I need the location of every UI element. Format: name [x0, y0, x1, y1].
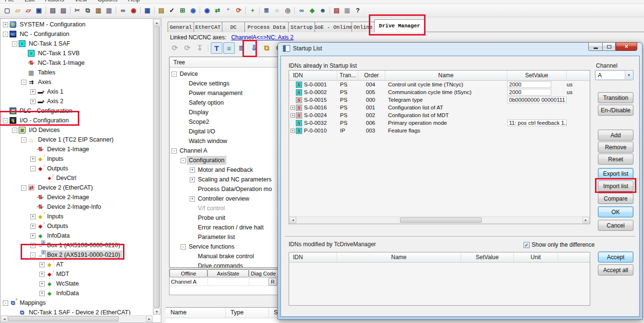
dm-tree-item-scaling-and-nc-parameters[interactable]: +Scaling and NC parameters — [170, 175, 278, 184]
dm-tree-item-digital-i-o[interactable]: Digital I/O — [170, 127, 278, 136]
collapse-icon[interactable]: - — [30, 252, 36, 258]
properties-icon[interactable]: ≣ — [261, 6, 272, 15]
tree-item-device-2-image[interactable]: Device 2-Image — [1, 192, 152, 202]
tree-item-nc-task-1-image[interactable]: NC-Task 1-Image — [1, 58, 152, 68]
expand-icon[interactable]: + — [39, 272, 45, 277]
reset-diag-button[interactable]: R — [268, 278, 277, 286]
tab-dc[interactable]: DC — [222, 22, 245, 32]
refresh-compare-icon[interactable]: ⟳ — [169, 42, 181, 54]
tree-item-nc-task-1-saf-device-2-ethercat[interactable]: NC-Task 1 SAF - Device 2 (EtherCAT) — [1, 308, 152, 315]
left-tree-horizontal-scrollbar[interactable]: ◄ ► — [1, 315, 153, 322]
tree-item-tables[interactable]: Tables — [1, 68, 152, 77]
cancel-button[interactable]: Cancel — [598, 220, 633, 231]
target-cabinet-icon[interactable]: ▤ — [156, 6, 167, 15]
accept-button[interactable]: Accept — [598, 251, 633, 263]
tree-item-i-o-devices[interactable]: -I/O Devices — [1, 125, 152, 135]
channel-select[interactable]: A ▼ — [595, 70, 633, 80]
dialog-titlebar[interactable]: Startup List — [283, 45, 322, 52]
tree-item-system-configuration[interactable]: +SYSTEM - Configuration — [1, 20, 152, 29]
dm-tree-item-channel-a[interactable]: -Channel A — [170, 146, 278, 156]
scrollbar-thumb[interactable] — [8, 316, 119, 322]
edit-globe-icon[interactable]: ◉ — [188, 6, 198, 15]
collapse-icon[interactable]: - — [3, 300, 8, 306]
expand-icon[interactable]: + — [291, 113, 295, 118]
tree-item-devctrl[interactable]: DevCtrl — [1, 173, 152, 183]
expand-icon[interactable]: + — [30, 89, 36, 95]
linked-axes-link[interactable]: ChannelA<=>NC: Axis 2 — [231, 34, 293, 41]
setvalue-field[interactable]: 2000 — [507, 81, 551, 88]
expand-icon[interactable]: + — [190, 167, 195, 173]
modified-idn-table[interactable]: IDNNameSetValueUnit — [289, 252, 590, 306]
channel-status-row[interactable]: Channel A R — [170, 277, 278, 286]
expand-icon[interactable]: + — [39, 262, 45, 267]
export-list-button[interactable]: Export list — [598, 168, 633, 179]
tree-item-nc-task-1-saf[interactable]: -NC-Task 1 SAF — [1, 39, 152, 48]
help-book-icon[interactable]: ▤ — [331, 6, 342, 15]
dm-tree-item-controller-overview[interactable]: +Controller overview — [170, 194, 278, 203]
magic-wand-icon[interactable]: * — [223, 6, 233, 15]
column-header-idn[interactable]: IDN — [289, 252, 337, 262]
checkbox-check-icon[interactable]: ✓ — [523, 242, 530, 248]
dm-tree-item-configuration[interactable]: -Configuration — [170, 156, 278, 165]
remote-system-icon[interactable]: ▦ — [142, 6, 153, 15]
compare-button[interactable]: Compare — [598, 193, 633, 204]
column-header-blank[interactable] — [567, 71, 589, 80]
ok-button[interactable]: OK — [598, 206, 633, 217]
tree-item-infodata[interactable]: +InfoData — [1, 288, 152, 298]
tree-item-mappings[interactable]: -Mappings — [1, 298, 152, 308]
cut-icon[interactable]: ✂ — [72, 6, 83, 15]
tree-item-device-2-image-info[interactable]: Device 2-Image-Info — [1, 202, 152, 212]
new-file-icon[interactable]: ▢ — [2, 6, 12, 15]
split-view-icon[interactable]: ≡ — [223, 42, 235, 54]
paste-with-links-icon[interactable]: ▥ — [104, 6, 114, 15]
help-icon[interactable]: ? — [352, 6, 363, 15]
add-button[interactable]: Add — [598, 130, 633, 141]
startup-table-horizontal-scrollbar[interactable]: ◄ ► — [290, 216, 589, 223]
generate-mappings-icon[interactable]: ⊞ — [177, 6, 188, 15]
maximize-button[interactable] — [602, 42, 616, 51]
transition-button[interactable]: Transition — [598, 92, 633, 103]
column-header-unit[interactable]: Unit — [514, 252, 558, 262]
scrollbar-thumb[interactable] — [154, 26, 160, 308]
column-header-setvalue[interactable]: SetValue — [507, 71, 567, 80]
collapse-icon[interactable]: - — [181, 244, 186, 250]
startup-row-s-0-0032[interactable]: SS-0-0032PS006Primary operation mode11: … — [289, 119, 590, 127]
expand-icon[interactable]: + — [39, 281, 45, 287]
tab-general[interactable]: General — [168, 22, 194, 32]
dm-tree-item-service-functions[interactable]: -Service functions — [170, 242, 278, 251]
globe-swap-icon[interactable]: ⇄ — [212, 6, 223, 15]
column-header-blank[interactable] — [558, 252, 589, 262]
expand-icon[interactable]: + — [3, 22, 8, 27]
tree-item-axes[interactable]: -Axes — [1, 77, 152, 87]
status-header-axisstate[interactable]: AxisState — [207, 269, 248, 277]
param-check-icon[interactable]: ≣ — [236, 42, 247, 54]
startup-row-s-0-0015[interactable]: SS-0-0015PS000Telegram type0b00000000 00… — [289, 96, 590, 104]
column-header-idn[interactable]: IDN — [289, 71, 337, 80]
minimize-button[interactable] — [588, 42, 602, 51]
enable-disable-button[interactable]: En-/Disable — [598, 105, 633, 116]
tree-item-inputs[interactable]: +Inputs — [1, 154, 152, 164]
expand-icon[interactable]: + — [190, 177, 195, 182]
expand-icon[interactable]: + — [30, 156, 36, 162]
iq-target-icon[interactable]: ☻ — [317, 6, 328, 15]
collapse-icon[interactable]: - — [21, 185, 26, 191]
close-icon[interactable]: × — [616, 42, 637, 51]
collapse-icon[interactable]: - — [171, 148, 177, 154]
dm-tree-item-watch-window[interactable]: Watch window — [170, 136, 278, 146]
save-icon[interactable]: ▣ — [34, 6, 44, 15]
frame-grid-icon[interactable]: ▦ — [342, 6, 352, 15]
tree-item-axis-1[interactable]: +Axis 1 — [1, 87, 152, 96]
startup-row-p-0-0010[interactable]: +SP-0-0010IP003Feature flags — [289, 127, 590, 134]
startup-row-s-0-0024[interactable]: +SS-0-0024PS002Configuration list of MDT — [289, 111, 590, 119]
menu-file[interactable]: File — [3, 0, 16, 3]
collapse-icon[interactable]: - — [30, 166, 36, 171]
dm-tree-item-power-management[interactable]: Power management — [170, 88, 278, 98]
tab-online[interactable]: Online — [352, 22, 375, 32]
dm-tree-item-probe-unit[interactable]: Probe unit — [170, 213, 278, 223]
status-header-diag-code[interactable]: Diag Code — [249, 269, 278, 277]
check-configuration-icon[interactable]: ✓ — [167, 6, 177, 15]
column-header-order[interactable]: Order — [358, 71, 385, 80]
collapse-icon[interactable]: - — [171, 72, 177, 77]
collapse-icon[interactable]: - — [3, 32, 8, 37]
scroll-left-icon[interactable]: ◄ — [290, 217, 296, 223]
